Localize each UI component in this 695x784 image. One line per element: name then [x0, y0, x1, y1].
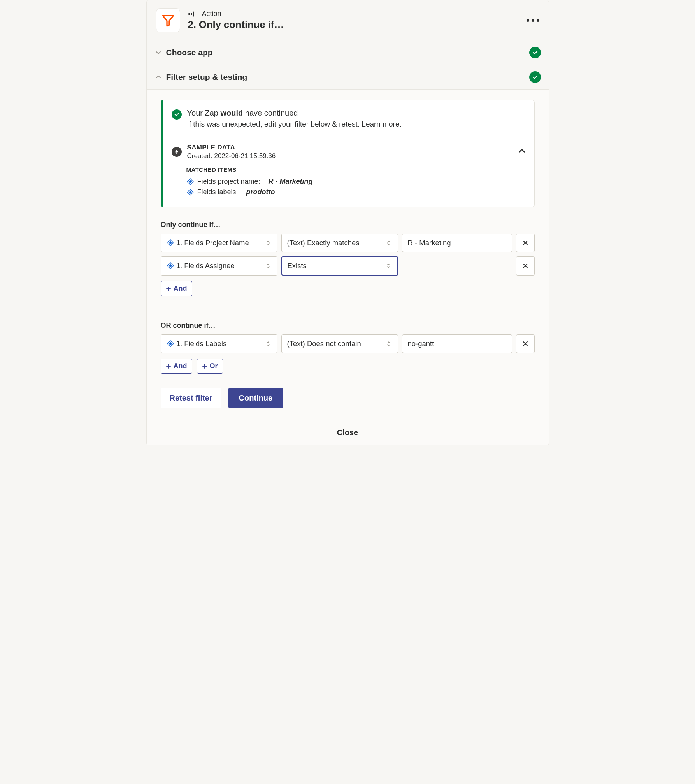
- rule-value-text: no-gantt: [408, 339, 434, 348]
- sample-created: Created: 2022-06-21 15:59:36: [187, 152, 512, 160]
- bolt-icon: [172, 147, 182, 157]
- diamond-icon: [167, 262, 174, 270]
- sample-label: SAMPLE DATA: [187, 144, 512, 151]
- more-menu-button[interactable]: [527, 19, 539, 22]
- rule-field-select[interactable]: 1. Fields Project Name: [161, 234, 277, 252]
- select-indicator-icon: [265, 240, 272, 246]
- rule-condition-select[interactable]: (Text) Does not contain: [281, 334, 398, 353]
- plus-icon: [202, 364, 207, 369]
- test-result-card: Your Zap would have continued If this wa…: [161, 100, 535, 207]
- result-title: Your Zap would have continued: [187, 109, 402, 118]
- remove-rule-button[interactable]: [516, 334, 535, 353]
- add-and-button[interactable]: And: [161, 359, 192, 374]
- add-and-button[interactable]: And: [161, 281, 192, 296]
- continue-button[interactable]: Continue: [228, 388, 283, 408]
- diamond-icon: [167, 340, 174, 348]
- diamond-icon: [186, 178, 194, 186]
- rule-value-text: R - Marketing: [408, 239, 451, 247]
- add-or-button[interactable]: Or: [197, 359, 223, 374]
- matched-items-title: MATCHED ITEMS: [186, 166, 526, 173]
- matched-item-label: Fields project name:: [197, 178, 260, 186]
- select-indicator-icon: [265, 341, 272, 347]
- matched-item: Fields project name: R - Marketing: [186, 178, 526, 186]
- filter-rule: 1. Fields Assignee Exists: [161, 256, 535, 276]
- result-subtext: If this was unexpected, edit your filter…: [187, 120, 402, 128]
- filter-rule: 1. Fields Project Name (Text) Exactly ma…: [161, 234, 535, 252]
- app-icon: [156, 8, 180, 32]
- section-label: Filter setup & testing: [166, 72, 529, 82]
- matched-item-label: Fields labels:: [197, 188, 238, 196]
- chevron-up-icon: [154, 73, 162, 81]
- select-indicator-icon: [265, 263, 272, 269]
- group-divider: [161, 308, 535, 308]
- matched-item: Fields labels: prodotto: [186, 188, 526, 196]
- chevron-down-icon: [154, 49, 162, 56]
- rule-condition-select[interactable]: Exists: [281, 256, 398, 276]
- section-choose-app[interactable]: Choose app: [147, 40, 549, 65]
- plus-icon: [166, 364, 171, 369]
- remove-rule-button[interactable]: [516, 234, 535, 252]
- retest-filter-button[interactable]: Retest filter: [161, 388, 221, 408]
- rule-field-value: 1. Fields Assignee: [176, 262, 235, 270]
- plus-icon: [166, 286, 171, 292]
- and-label: And: [174, 285, 187, 293]
- rule-condition-value: (Text) Exactly matches: [287, 239, 360, 247]
- close-icon: [522, 240, 528, 246]
- close-button[interactable]: Close: [147, 420, 549, 445]
- rule-condition-value: (Text) Does not contain: [287, 339, 361, 348]
- rule-field-value: 1. Fields Project Name: [176, 239, 249, 247]
- svg-point-1: [190, 13, 192, 14]
- section-label: Choose app: [166, 48, 529, 57]
- remove-rule-button[interactable]: [516, 256, 535, 276]
- rule-condition-value: Exists: [288, 262, 307, 270]
- diamond-icon: [167, 239, 174, 247]
- rule-field-select[interactable]: 1. Fields Labels: [161, 334, 277, 353]
- status-check-icon: [529, 71, 541, 83]
- matched-item-value: prodotto: [246, 188, 275, 196]
- rule-field-value: 1. Fields Labels: [176, 339, 227, 348]
- rule-field-select[interactable]: 1. Fields Assignee: [161, 256, 277, 276]
- close-icon: [522, 263, 528, 269]
- diamond-icon: [186, 188, 194, 196]
- status-check-icon: [529, 47, 541, 58]
- header-title: 2. Only continue if…: [188, 19, 527, 31]
- close-icon: [522, 341, 528, 347]
- rule-value-input[interactable]: no-gantt: [402, 334, 512, 353]
- filter-funnel-icon: [161, 13, 175, 27]
- filter-group-label: Only continue if…: [161, 221, 535, 229]
- learn-more-link[interactable]: Learn more.: [362, 120, 401, 128]
- matched-item-value: R - Marketing: [269, 178, 313, 186]
- rule-value-input[interactable]: R - Marketing: [402, 234, 512, 252]
- select-indicator-icon: [385, 240, 392, 246]
- rule-condition-select[interactable]: (Text) Exactly matches: [281, 234, 398, 252]
- svg-point-0: [188, 13, 190, 14]
- or-label: Or: [210, 362, 218, 370]
- header-kicker: Action: [202, 10, 221, 18]
- sample-data-toggle[interactable]: SAMPLE DATA Created: 2022-06-21 15:59:36: [163, 137, 534, 166]
- select-indicator-icon: [385, 263, 392, 269]
- path-icon: [188, 11, 198, 17]
- select-indicator-icon: [385, 341, 392, 347]
- and-label: And: [174, 362, 187, 370]
- section-filter-setup[interactable]: Filter setup & testing: [147, 65, 549, 90]
- filter-group-label: OR continue if…: [161, 322, 535, 330]
- filter-rule: 1. Fields Labels (Text) Does not contain…: [161, 334, 535, 353]
- result-check-icon: [172, 109, 182, 120]
- chevron-up-icon: [518, 147, 526, 156]
